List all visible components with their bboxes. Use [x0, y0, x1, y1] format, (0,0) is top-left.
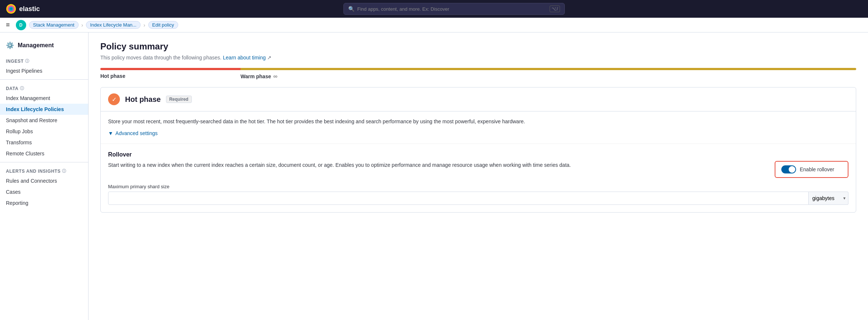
advanced-settings-toggle[interactable]: ▼ Advanced settings — [108, 129, 848, 137]
sidebar-section-data-label: Data — [6, 86, 18, 91]
sidebar-item-ingest-pipelines[interactable]: Ingest Pipelines — [0, 65, 88, 76]
enable-rollover-label: Enable rollover — [800, 166, 834, 172]
rollover-description: Start writing to a new index when the cu… — [108, 161, 767, 169]
max-shard-input-row: gigabytes megabytes kilobytes bytes — [108, 192, 848, 205]
hot-phase-label: Hot phase — [100, 73, 241, 80]
max-shard-section: Maximum primary shard size gigabytes meg… — [108, 184, 848, 205]
phase-labels: Hot phase Warm phase ∞ — [100, 73, 856, 80]
hot-phase-description: Store your most recent, most frequently-… — [101, 111, 856, 144]
svg-point-3 — [10, 8, 12, 10]
page-subtitle: This policy moves data through the follo… — [100, 55, 856, 61]
sidebar-section-alerts-label: Alerts and Insights — [6, 169, 60, 174]
unit-select-wrapper: gigabytes megabytes kilobytes bytes — [809, 192, 848, 205]
alerts-info-icon: ⓘ — [62, 168, 66, 174]
global-search-bar[interactable]: 🔍 ⌥/ — [343, 3, 565, 15]
warm-phase-bar — [241, 68, 856, 70]
warm-phase-infinity: ∞ — [273, 73, 277, 80]
search-icon: 🔍 — [348, 6, 355, 12]
search-shortcut: ⌥/ — [550, 6, 560, 12]
breadcrumb-index-lifecycle[interactable]: Index Lifecycle Man... — [86, 21, 141, 29]
hot-phase-title: Hot phase — [125, 95, 161, 104]
sidebar-item-reporting[interactable]: Reporting — [0, 197, 88, 209]
search-input[interactable] — [357, 6, 547, 12]
hot-phase-description-text: Store your most recent, most frequently-… — [108, 117, 848, 125]
phase-bars — [100, 68, 856, 70]
hot-phase-header: ✓ Hot phase Required — [101, 87, 856, 111]
max-shard-label: Maximum primary shard size — [108, 184, 848, 189]
elastic-logo: elastic — [6, 4, 40, 14]
unit-select[interactable]: gigabytes megabytes kilobytes bytes — [809, 192, 848, 205]
sidebar: ⚙️ Management Ingest ⓘ Ingest Pipelines … — [0, 32, 89, 320]
sidebar-section-alerts: Alerts and Insights ⓘ — [0, 165, 88, 175]
sidebar-divider-1 — [0, 79, 88, 80]
chevron-down-icon: ▼ — [108, 129, 113, 137]
rollover-title: Rollover — [108, 151, 848, 158]
rollover-section: Rollover Start writing to a new index wh… — [101, 144, 856, 212]
advanced-settings-label: Advanced settings — [115, 129, 158, 137]
rollover-toggle-area: Enable rollover — [775, 161, 848, 178]
breadcrumb-stack-management[interactable]: Stack Management — [29, 21, 79, 29]
sidebar-divider-2 — [0, 162, 88, 162]
breadcrumb-separator-1: › — [82, 22, 83, 28]
sidebar-item-remote-clusters[interactable]: Remote Clusters — [0, 148, 88, 159]
warm-phase-label-text: Warm phase — [241, 73, 271, 79]
learn-timing-link[interactable]: Learn about timing — [223, 55, 266, 61]
sidebar-item-rollup-jobs[interactable]: Rollup Jobs — [0, 126, 88, 137]
content-area: Policy summary This policy moves data th… — [89, 32, 868, 320]
sidebar-item-rules-connectors[interactable]: Rules and Connectors — [0, 175, 88, 186]
logo-text: elastic — [19, 5, 40, 13]
hot-phase-icon: ✓ — [108, 93, 120, 105]
breadcrumb-bar: ≡ D Stack Management › Index Lifecycle M… — [0, 18, 868, 32]
sidebar-item-snapshot-restore[interactable]: Snapshot and Restore — [0, 115, 88, 126]
hot-phase-check-icon: ✓ — [112, 96, 117, 103]
user-avatar-button[interactable]: D — [16, 20, 26, 30]
sidebar-title: Management — [18, 42, 54, 49]
page-subtitle-text: This policy moves data through the follo… — [100, 55, 221, 61]
sidebar-section-ingest: Ingest ⓘ — [0, 55, 88, 65]
rollover-row: Start writing to a new index when the cu… — [108, 161, 848, 178]
sidebar-item-index-management[interactable]: Index Management — [0, 93, 88, 104]
gear-icon: ⚙️ — [6, 41, 14, 49]
main-layout: ⚙️ Management Ingest ⓘ Ingest Pipelines … — [0, 32, 868, 320]
hot-phase-bar — [100, 68, 241, 70]
data-info-icon: ⓘ — [20, 86, 24, 91]
hot-phase-section: ✓ Hot phase Required Store your most rec… — [100, 87, 856, 213]
enable-rollover-toggle[interactable] — [781, 165, 796, 173]
page-title: Policy summary — [100, 41, 856, 52]
required-badge: Required — [166, 96, 192, 103]
toggle-slider — [781, 165, 796, 173]
sidebar-item-index-lifecycle-policies[interactable]: Index Lifecycle Policies — [0, 104, 88, 115]
elastic-logo-icon — [6, 4, 16, 14]
top-nav: elastic 🔍 ⌥/ — [0, 0, 868, 18]
sidebar-section-data: Data ⓘ — [0, 83, 88, 93]
sidebar-item-transforms[interactable]: Transforms — [0, 137, 88, 148]
ingest-info-icon: ⓘ — [25, 58, 30, 64]
sidebar-section-ingest-label: Ingest — [6, 59, 24, 64]
breadcrumb-edit-policy: Edit policy — [148, 21, 178, 29]
hamburger-button[interactable]: ≡ — [6, 21, 10, 29]
sidebar-header: ⚙️ Management — [0, 38, 88, 55]
breadcrumb-separator-2: › — [143, 22, 145, 28]
sidebar-item-cases[interactable]: Cases — [0, 186, 88, 197]
warm-phase-label: Warm phase ∞ — [241, 73, 277, 80]
max-shard-input[interactable] — [108, 192, 809, 205]
